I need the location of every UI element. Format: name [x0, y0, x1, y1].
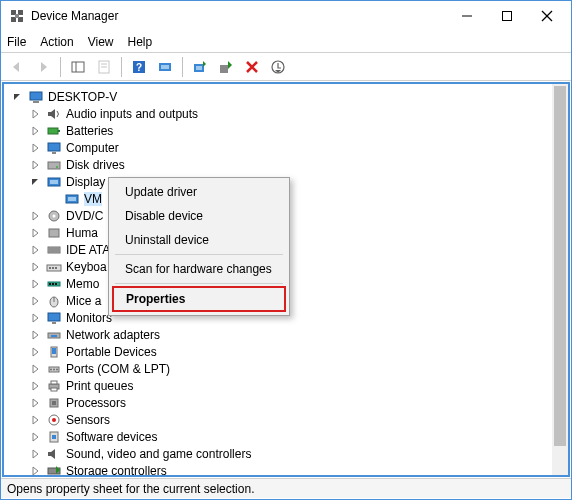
properties-button[interactable] [92, 56, 116, 78]
software-icon [46, 429, 62, 445]
caret-right-icon[interactable] [29, 363, 41, 375]
caret-right-icon[interactable] [29, 278, 41, 290]
caret-right-icon[interactable] [29, 329, 41, 341]
context-menu: Update driver Disable device Uninstall d… [108, 177, 290, 316]
context-menu-separator [115, 254, 283, 255]
svg-rect-53 [51, 335, 57, 337]
menu-action[interactable]: Action [40, 35, 73, 49]
context-menu-separator [115, 283, 283, 284]
display-adapter-icon [64, 191, 80, 207]
svg-rect-45 [49, 283, 51, 285]
svg-rect-51 [52, 322, 56, 324]
show-hide-tree-button[interactable] [66, 56, 90, 78]
audio-icon [46, 106, 62, 122]
tree-item-label: Ports (COM & LPT) [66, 362, 170, 376]
app-icon [9, 8, 25, 24]
caret-right-icon[interactable] [29, 125, 41, 137]
caret-right-icon[interactable] [29, 431, 41, 443]
tree-item-batteries[interactable]: Batteries [8, 122, 568, 139]
tree-item-label: Keyboa [66, 260, 107, 274]
update-driver-button[interactable] [188, 56, 212, 78]
svg-point-35 [53, 214, 56, 217]
scan-hardware-button[interactable] [153, 56, 177, 78]
disk-icon [46, 157, 62, 173]
caret-right-icon[interactable] [29, 142, 41, 154]
hid-icon [46, 225, 62, 241]
disable-device-button[interactable] [240, 56, 264, 78]
caret-right-icon[interactable] [29, 448, 41, 460]
tree-root[interactable]: DESKTOP-V [8, 88, 568, 105]
tree-item-processors[interactable]: Processors [8, 394, 568, 411]
monitor-icon [46, 140, 62, 156]
scrollbar-thumb[interactable] [554, 86, 566, 446]
tree-item-storage[interactable]: Storage controllers [8, 462, 568, 477]
context-menu-update-driver[interactable]: Update driver [111, 180, 287, 204]
tree-item-label: Audio inputs and outputs [66, 107, 198, 121]
tree-item-sensors[interactable]: Sensors [8, 411, 568, 428]
maximize-button[interactable] [487, 2, 527, 30]
close-button[interactable] [527, 2, 567, 30]
tree-item-disk-drives[interactable]: Disk drives [8, 156, 568, 173]
enable-device-button[interactable] [214, 56, 238, 78]
minimize-button[interactable] [447, 2, 487, 30]
caret-down-icon[interactable] [29, 176, 41, 188]
menu-help[interactable]: Help [128, 35, 153, 49]
caret-right-icon[interactable] [29, 210, 41, 222]
caret-right-icon[interactable] [29, 465, 41, 477]
caret-right-icon[interactable] [29, 380, 41, 392]
caret-right-icon[interactable] [29, 108, 41, 120]
svg-rect-42 [52, 267, 54, 269]
tree-item-ports[interactable]: Ports (COM & LPT) [8, 360, 568, 377]
tree-item-label: Sound, video and game controllers [66, 447, 251, 461]
tree-item-sound[interactable]: Sound, video and game controllers [8, 445, 568, 462]
caret-right-icon[interactable] [29, 159, 41, 171]
tree-item-audio[interactable]: Audio inputs and outputs [8, 105, 568, 122]
tree-item-computer[interactable]: Computer [8, 139, 568, 156]
tree-item-label: DVD/C [66, 209, 103, 223]
uninstall-device-button[interactable] [266, 56, 290, 78]
back-button[interactable] [5, 56, 29, 78]
tree-item-label: Software devices [66, 430, 157, 444]
tree-item-label: Batteries [66, 124, 113, 138]
svg-rect-9 [72, 62, 84, 72]
tree-item-label: Mice a [66, 294, 101, 308]
caret-right-icon[interactable] [29, 346, 41, 358]
svg-text:?: ? [136, 62, 142, 73]
context-menu-properties[interactable]: Properties [112, 286, 286, 312]
toolbar-separator [121, 57, 122, 77]
tree-item-print-queues[interactable]: Print queues [8, 377, 568, 394]
menu-file[interactable]: File [7, 35, 26, 49]
tree-item-portable[interactable]: Portable Devices [8, 343, 568, 360]
toolbar: ? [1, 53, 571, 81]
context-menu-uninstall-device[interactable]: Uninstall device [111, 228, 287, 252]
help-button[interactable]: ? [127, 56, 151, 78]
caret-right-icon[interactable] [29, 261, 41, 273]
vertical-scrollbar[interactable] [552, 84, 568, 475]
caret-right-icon[interactable] [29, 414, 41, 426]
tree-item-label: Print queues [66, 379, 133, 393]
context-menu-disable-device[interactable]: Disable device [111, 204, 287, 228]
svg-rect-24 [48, 128, 58, 134]
caret-right-icon[interactable] [29, 312, 41, 324]
menu-view[interactable]: View [88, 35, 114, 49]
tree-item-software-devices[interactable]: Software devices [8, 428, 568, 445]
window-title: Device Manager [31, 9, 447, 23]
forward-button[interactable] [31, 56, 55, 78]
svg-rect-22 [30, 92, 42, 100]
svg-rect-31 [50, 180, 58, 184]
window-buttons [447, 2, 567, 30]
caret-right-icon[interactable] [29, 295, 41, 307]
svg-rect-43 [55, 267, 57, 269]
caret-down-icon[interactable] [11, 91, 23, 103]
svg-rect-55 [52, 348, 56, 354]
printer-icon [46, 378, 62, 394]
portable-icon [46, 344, 62, 360]
tree-item-network[interactable]: Network adapters [8, 326, 568, 343]
svg-point-66 [52, 418, 56, 422]
caret-right-icon[interactable] [29, 397, 41, 409]
svg-point-58 [53, 368, 55, 370]
caret-right-icon[interactable] [29, 227, 41, 239]
caret-right-icon[interactable] [29, 244, 41, 256]
tree-item-label: IDE ATA [66, 243, 110, 257]
context-menu-scan-hardware[interactable]: Scan for hardware changes [111, 257, 287, 281]
